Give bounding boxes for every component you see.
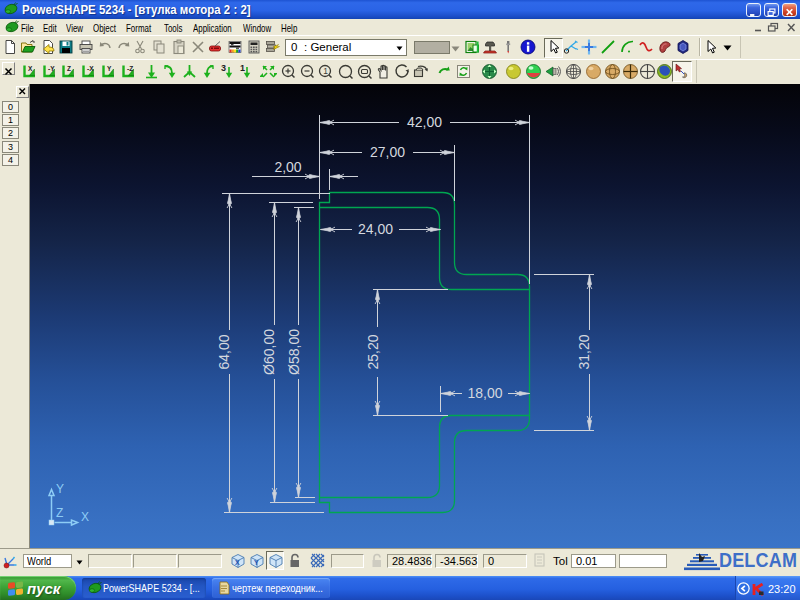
svg-text:Y: Y <box>254 559 259 566</box>
svg-text:-Z: -Z <box>127 65 133 72</box>
svg-text:27,00: 27,00 <box>370 144 405 160</box>
svg-text:18,00: 18,00 <box>467 385 502 401</box>
svg-text:Y: Y <box>107 65 112 72</box>
svg-text:-Y: -Y <box>48 65 55 72</box>
svg-text:X: X <box>235 559 240 566</box>
svg-text:24,00: 24,00 <box>358 221 393 237</box>
svg-text:Z: Z <box>56 506 63 520</box>
svg-text:2,00: 2,00 <box>274 159 301 175</box>
svg-text:1: 1 <box>240 63 245 73</box>
svg-text:31,20: 31,20 <box>576 334 592 369</box>
svg-text:Ø58,00: Ø58,00 <box>286 329 302 375</box>
svg-text:25,20: 25,20 <box>365 334 381 369</box>
svg-text:-X: -X <box>87 65 94 72</box>
svg-text:X: X <box>81 510 89 524</box>
svg-text:X: X <box>28 65 33 72</box>
svg-text:64,00: 64,00 <box>216 334 232 369</box>
svg-text:Y: Y <box>56 482 64 496</box>
svg-text:1: 1 <box>323 66 328 76</box>
svg-text:3: 3 <box>221 63 226 73</box>
svg-text:42,00: 42,00 <box>407 114 442 130</box>
svg-text:Z: Z <box>67 65 71 72</box>
svg-text:Ø60,00: Ø60,00 <box>261 329 277 375</box>
